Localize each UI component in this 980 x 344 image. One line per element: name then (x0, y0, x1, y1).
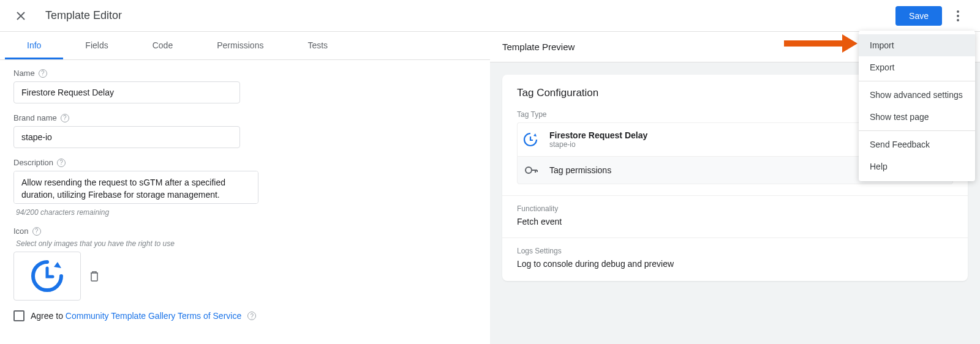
help-icon[interactable]: ? (32, 227, 41, 236)
description-hint: 94/200 characters remaining (16, 208, 477, 217)
menu-export[interactable]: Export (859, 56, 975, 78)
help-icon[interactable]: ? (247, 312, 256, 320)
description-input[interactable] (13, 171, 258, 204)
svg-point-0 (957, 10, 959, 13)
header: Template Editor Save (0, 0, 980, 32)
agree-prefix: Agree to (31, 311, 66, 321)
terms-link[interactable]: Community Template Gallery Terms of Serv… (66, 311, 241, 321)
svg-rect-4 (784, 40, 845, 47)
icon-preview[interactable] (13, 252, 81, 301)
tab-tests[interactable]: Tests (285, 32, 350, 59)
agree-checkbox[interactable] (13, 310, 24, 321)
svg-point-2 (957, 19, 959, 21)
clock-icon (522, 132, 538, 148)
description-label: Description (13, 158, 53, 167)
tag-name: Firestore Request Delay (549, 130, 647, 140)
menu-send-feedback[interactable]: Send Feedback (859, 133, 975, 155)
tab-permissions[interactable]: Permissions (195, 32, 285, 59)
close-icon[interactable] (13, 9, 28, 23)
tag-brand: stape-io (549, 140, 647, 149)
logs-label: Logs Settings (517, 247, 953, 255)
menu-test-page[interactable]: Show test page (859, 106, 975, 128)
page-title: Template Editor (45, 9, 122, 22)
tab-fields[interactable]: Fields (63, 32, 130, 59)
svg-point-1 (957, 15, 959, 17)
icon-hint: Select only images that you have the rig… (16, 239, 477, 248)
name-label: Name (13, 69, 35, 78)
help-icon[interactable]: ? (39, 69, 47, 78)
name-input[interactable] (13, 81, 240, 103)
save-button[interactable]: Save (895, 6, 942, 26)
permissions-label: Tag permissions (549, 165, 611, 175)
overflow-menu: Import Export Show advanced settings Sho… (859, 31, 975, 181)
icon-label: Icon (13, 226, 29, 236)
menu-import[interactable]: Import (859, 34, 975, 56)
logs-value: Log to console during debug and preview (517, 259, 953, 269)
functionality-label: Functionality (517, 204, 953, 213)
annotation-arrow (784, 34, 858, 53)
more-menu-icon[interactable] (951, 9, 965, 23)
brand-label: Brand name (13, 113, 57, 122)
tab-code[interactable]: Code (130, 32, 195, 59)
tab-info[interactable]: Info (5, 32, 63, 59)
delete-icon[interactable] (86, 267, 103, 285)
help-icon[interactable]: ? (61, 114, 69, 122)
functionality-value: Fetch event (517, 217, 953, 226)
menu-advanced-settings[interactable]: Show advanced settings (859, 84, 975, 106)
svg-point-3 (526, 167, 532, 173)
help-icon[interactable]: ? (57, 159, 66, 167)
tabs-bar: Info Fields Code Permissions Tests (0, 32, 490, 60)
key-icon (525, 166, 538, 174)
menu-help[interactable]: Help (859, 155, 975, 178)
brand-input[interactable] (13, 126, 240, 148)
